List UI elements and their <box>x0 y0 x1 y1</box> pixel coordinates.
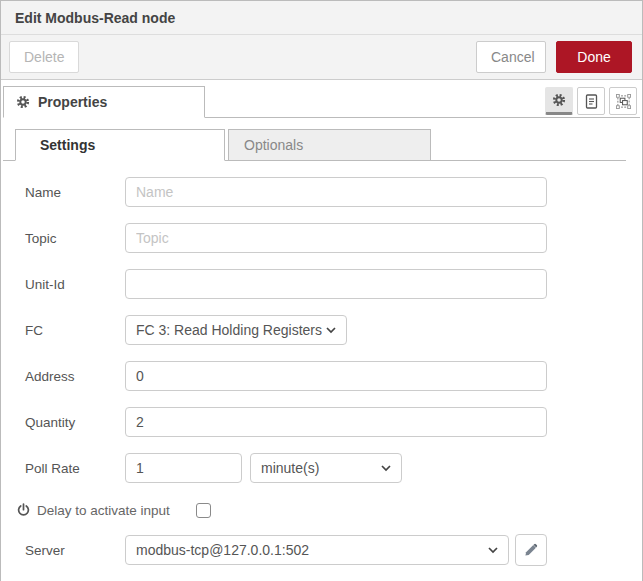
tab-optionals-label: Optionals <box>244 137 303 153</box>
topic-input[interactable] <box>125 223 547 253</box>
poll-rate-label: Poll Rate <box>15 461 125 476</box>
fc-label: FC <box>15 323 125 338</box>
chevron-down-icon <box>381 465 391 472</box>
tab-properties[interactable]: Properties <box>3 86 205 118</box>
delay-checkbox[interactable] <box>196 503 211 518</box>
appearance-view-button[interactable] <box>609 87 637 115</box>
quantity-label: Quantity <box>15 415 125 430</box>
description-view-button[interactable] <box>577 87 605 115</box>
name-label: Name <box>15 185 125 200</box>
poll-rate-unit-value: minute(s) <box>261 460 381 476</box>
name-input[interactable] <box>125 177 547 207</box>
tab-properties-label: Properties <box>38 94 107 110</box>
chevron-down-icon <box>488 547 498 554</box>
document-icon <box>585 94 598 109</box>
power-icon <box>17 503 30 517</box>
server-row: Server modbus-tcp@127.0.0.1:502 <box>15 535 628 565</box>
view-switch-buttons <box>545 87 637 115</box>
done-button[interactable]: Done <box>556 41 632 73</box>
properties-view-button[interactable] <box>545 87 573 115</box>
tab-settings[interactable]: Settings <box>15 129 225 161</box>
edit-server-button[interactable] <box>515 534 547 566</box>
delay-label: Delay to activate input <box>37 503 170 518</box>
unit-id-label: Unit-Id <box>15 277 125 292</box>
fc-row: FC FC 3: Read Holding Registers <box>15 315 628 345</box>
poll-rate-input[interactable] <box>125 453 242 483</box>
dialog-body: Properties <box>1 86 642 565</box>
settings-optionals-tabs: Settings Optionals <box>3 129 626 161</box>
gear-icon <box>552 93 566 107</box>
poll-rate-row: Poll Rate minute(s) <box>15 453 628 483</box>
server-select-value: modbus-tcp@127.0.0.1:502 <box>136 542 488 558</box>
unit-id-input[interactable] <box>125 269 547 299</box>
delay-row: Delay to activate input <box>15 499 628 521</box>
unit-id-row: Unit-Id <box>15 269 628 299</box>
fc-select[interactable]: FC 3: Read Holding Registers <box>125 315 347 345</box>
address-input[interactable] <box>125 361 547 391</box>
appearance-icon <box>616 94 631 109</box>
dialog-toolbar: Delete Cancel Done <box>1 35 642 80</box>
delete-button[interactable]: Delete <box>9 41 79 73</box>
name-row: Name <box>15 177 628 207</box>
server-label: Server <box>15 543 125 558</box>
pencil-icon <box>524 543 538 557</box>
dialog-title-bar: Edit Modbus-Read node <box>1 1 642 35</box>
edit-modbus-read-dialog: Edit Modbus-Read node Delete Cancel Done… <box>0 0 643 581</box>
topic-row: Topic <box>15 223 628 253</box>
fc-select-value: FC 3: Read Holding Registers <box>136 322 326 338</box>
address-row: Address <box>15 361 628 391</box>
gear-icon <box>16 95 30 109</box>
chevron-down-icon <box>326 327 336 334</box>
settings-form: Name Topic Unit-Id FC FC 3: Read Holding… <box>3 161 640 565</box>
dialog-title: Edit Modbus-Read node <box>15 10 175 26</box>
tab-settings-label: Settings <box>40 137 95 153</box>
cancel-button[interactable]: Cancel <box>476 41 546 73</box>
topic-label: Topic <box>15 231 125 246</box>
properties-tab-bar: Properties <box>3 86 640 118</box>
poll-rate-unit-select[interactable]: minute(s) <box>250 453 402 483</box>
address-label: Address <box>15 369 125 384</box>
quantity-row: Quantity <box>15 407 628 437</box>
server-select[interactable]: modbus-tcp@127.0.0.1:502 <box>125 535 509 565</box>
quantity-input[interactable] <box>125 407 547 437</box>
tab-optionals[interactable]: Optionals <box>228 129 431 161</box>
